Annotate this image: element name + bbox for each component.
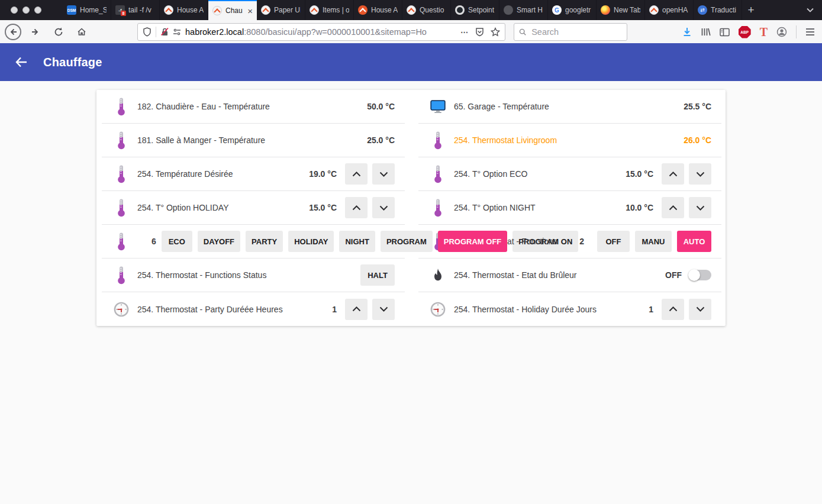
downloads-icon[interactable] [682, 27, 692, 37]
decrease-button[interactable] [372, 197, 395, 218]
adblock-plus-icon[interactable]: ABP [739, 26, 751, 38]
item-row-salle-a-manger-temp: 181. Salle à Manger - Température 25.0 °… [102, 124, 405, 157]
mode-auto-button-active[interactable]: AUTO [677, 231, 711, 252]
increase-button[interactable] [662, 299, 684, 320]
openhab-orange-icon [358, 5, 368, 15]
right-column: 65. Garage - Température 25.5 °C 254. Th… [418, 90, 721, 326]
mode-program-button[interactable]: PROGRAM [381, 231, 433, 252]
decrease-button[interactable] [372, 299, 395, 320]
page-actions-icon[interactable]: ⋯ [460, 28, 469, 37]
item-value: 15.0 °C [626, 169, 653, 179]
mode-program-off-button-active[interactable]: PROGRAM OFF [438, 231, 508, 252]
item-value: 6 [151, 237, 156, 246]
sidebar-icon[interactable] [720, 28, 730, 37]
item-label: 254. Thermostat Livingroom [454, 135, 557, 145]
halt-button[interactable]: HALT [360, 264, 395, 286]
mode-dayoff-button[interactable]: DAYOFF [198, 231, 240, 252]
tab-smart-h[interactable]: Smart H [499, 0, 548, 20]
site-icon [504, 5, 513, 15]
bookmark-star-icon[interactable] [491, 27, 500, 37]
reload-button[interactable] [50, 23, 67, 41]
menu-hamburger-icon[interactable] [805, 28, 815, 36]
tab-tail-log[interactable]: -f8 tail -f /v [111, 0, 160, 20]
mode-manu-button[interactable]: MANU [635, 231, 672, 252]
search-icon [519, 28, 526, 36]
tab-items[interactable]: Items | o [305, 0, 354, 20]
openhab-icon [261, 5, 270, 15]
url-text[interactable]: habroker2.local:8080/basicui/app?w=00000… [185, 27, 457, 37]
home-button[interactable] [73, 23, 91, 41]
item-value: 26.0 °C [684, 135, 711, 145]
url-path: :8080/basicui/app?w=0000010001&sitemap=H… [244, 27, 427, 37]
tab-label: googletr [565, 6, 592, 14]
item-label: 181. Salle à Manger - Température [137, 135, 265, 145]
tab-googletr[interactable]: G googletr [548, 0, 597, 20]
tab-chauffage-active[interactable]: Chau × [208, 0, 257, 20]
back-button[interactable] [5, 24, 21, 40]
increase-button[interactable] [345, 197, 368, 218]
mode-eco-button[interactable]: ECO [162, 231, 192, 252]
tab-question[interactable]: Questio [402, 0, 451, 20]
increase-button[interactable] [662, 197, 684, 218]
item-label: 254. Thermostat - Etat du Brûleur [454, 270, 577, 280]
thermometer-icon [430, 198, 446, 217]
mode-party-button[interactable]: PARTY [246, 231, 283, 252]
tab-setpoint[interactable]: Setpoint [451, 0, 499, 20]
mode-night-button[interactable]: NIGHT [339, 231, 375, 252]
tab-label: Items | o [323, 6, 349, 14]
forward-button[interactable] [27, 23, 44, 41]
tab-label: Smart H [517, 6, 543, 14]
tab-label: Paper UI [274, 6, 301, 14]
divider [796, 25, 797, 38]
toggle-switch-off[interactable] [689, 270, 711, 280]
tab-traduction[interactable]: ⇄ Traducti [694, 0, 742, 20]
mode-off-button[interactable]: OFF [597, 231, 630, 252]
back-arrow-icon[interactable] [14, 54, 29, 70]
tab-new-tab[interactable]: New Tab [597, 0, 645, 20]
search-input[interactable] [530, 27, 622, 37]
insecure-lock-icon[interactable] [160, 27, 169, 37]
permissions-icon[interactable] [173, 28, 181, 36]
decrease-button[interactable] [689, 299, 711, 320]
close-tab-icon[interactable]: × [247, 7, 253, 15]
account-icon[interactable] [776, 27, 787, 37]
divider [156, 27, 156, 37]
t-extension-icon[interactable]: T [760, 26, 768, 38]
library-icon[interactable] [701, 27, 711, 37]
new-tab-button[interactable]: + [742, 0, 760, 20]
translate-icon: ⇄ [698, 5, 707, 15]
openhab-icon [212, 6, 222, 15]
tab-house-a-2[interactable]: House A [354, 0, 402, 20]
window-close-button[interactable] [11, 7, 18, 14]
item-label: 254. T° Option ECO [454, 169, 527, 179]
thermometer-icon [114, 198, 129, 217]
tab-paper-ui[interactable]: Paper UI [257, 0, 305, 20]
window-minimize-button[interactable] [22, 7, 30, 14]
thermometer-icon [114, 266, 129, 285]
item-value: 1 [649, 305, 653, 314]
item-label: 254. Température Désirée [137, 169, 233, 179]
mode-holiday-button[interactable]: HOLIDAY [288, 231, 334, 252]
window-zoom-button[interactable] [34, 7, 41, 14]
item-label: 254. Thermostat - Holiday Durée Jours [454, 305, 597, 314]
decrease-button[interactable] [689, 163, 711, 185]
increase-button[interactable] [345, 163, 368, 185]
increase-button[interactable] [345, 299, 368, 320]
decrease-button[interactable] [689, 197, 711, 218]
decrease-button[interactable] [372, 163, 395, 185]
tab-house-a-1[interactable]: House A [160, 0, 208, 20]
pocket-shield-icon[interactable] [475, 27, 484, 37]
search-bar[interactable] [514, 23, 627, 41]
tab-openhab[interactable]: openHA [645, 0, 694, 20]
increase-button[interactable] [662, 163, 684, 185]
tracking-protection-shield-icon[interactable] [143, 27, 151, 37]
openhab-icon [407, 5, 416, 15]
tab-label: Home_S [80, 6, 107, 14]
item-value: 2 [579, 237, 584, 246]
list-all-tabs-icon[interactable] [798, 0, 822, 20]
url-bar[interactable]: habroker2.local:8080/basicui/app?w=00000… [137, 23, 505, 41]
screen-icon [430, 100, 446, 114]
tab-home-s[interactable]: DSM Home_S [63, 0, 111, 20]
url-host: habroker2.local [185, 27, 244, 37]
tab-label: House A [371, 6, 398, 14]
